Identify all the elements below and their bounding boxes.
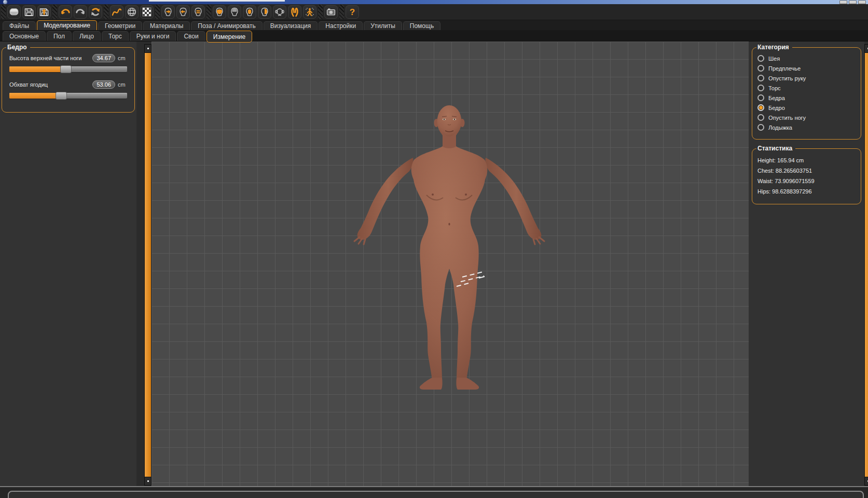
category-radio-Лодыжка[interactable]: Лодыжка [757,124,856,131]
face-next-button[interactable] [161,5,175,19]
face-compare-button[interactable] [191,5,205,19]
splitter-bar[interactable] [144,53,151,477]
wireframe-globe-icon [126,6,137,18]
toolbar-separator [318,5,323,19]
face-compare-icon [192,6,204,18]
modelling-curve-icon [111,6,122,18]
slider-fill [9,66,66,72]
slider-handle[interactable] [56,92,67,100]
subtab-Измерение[interactable]: Измерение [206,31,252,43]
head-outline-button[interactable] [228,5,241,19]
subtab-Лицо[interactable]: Лицо [73,31,101,41]
slider-handle[interactable] [60,65,72,73]
save-button[interactable] [22,5,36,19]
window-titlebar [0,0,868,4]
splitter-bar[interactable] [864,53,868,477]
category-radio-Шея[interactable]: Шея [757,55,856,62]
category-radio-Бедра[interactable]: Бедра [757,94,856,101]
hands-button[interactable] [288,5,301,19]
slider-track[interactable] [9,66,127,72]
window-title-text [149,0,285,2]
tab-Файлы[interactable]: Файлы [3,21,36,30]
head-muscle-button[interactable] [243,5,256,19]
subtab-Торс[interactable]: Торс [102,31,129,41]
human-model[interactable] [151,42,749,486]
slider-unit: cm [118,81,127,88]
new-document-button[interactable] [7,5,21,19]
subtab-Свои[interactable]: Свои [177,31,205,41]
head-skin-button[interactable] [213,5,226,19]
reset-icon [90,6,101,18]
tab-Настройки[interactable]: Настройки [319,21,363,30]
redo-button[interactable] [74,5,87,19]
radio-icon [757,65,764,72]
face-prev-button[interactable] [176,5,190,19]
undo-button[interactable] [59,5,72,19]
minimize-button[interactable] [839,1,847,4]
statistic-line: Height: 165.94 cm [757,157,856,163]
right-splitter[interactable] [864,44,868,486]
face-next-icon [162,6,174,18]
subtab-Пол[interactable]: Пол [47,31,72,41]
tab-Материалы[interactable]: Материалы [143,21,190,30]
slider-track[interactable] [9,93,127,99]
toolbar-separator [104,5,108,19]
slider-value-box[interactable]: 34.67 [92,54,115,62]
reset-button[interactable] [89,5,102,19]
slider-1: Обхват ягодиц53.06cm [9,80,127,99]
status-bar [8,491,864,498]
splitter-bottom-handle[interactable] [144,477,151,486]
camera-grab-button[interactable] [324,5,338,19]
slider-value-box[interactable]: 53.06 [92,80,115,89]
texture-checker-button[interactable] [140,5,154,19]
tab-Геометрии[interactable]: Геометрии [98,21,142,30]
modelling-curve-button[interactable] [110,5,123,19]
category-radio-Торс[interactable]: Торс [757,85,856,91]
new-document-icon [8,6,20,18]
left-splitter[interactable] [144,44,151,486]
load-button[interactable] [37,5,51,19]
category-radio-Предплечье[interactable]: Предплечье [757,65,856,72]
category-radio-Опустить ногу[interactable]: Опустить ногу [757,114,856,121]
redo-icon [75,6,86,18]
thigh-group: Бедро Высота верхней части ноги34.67cmОб… [2,44,135,113]
head-outline-icon [229,6,240,18]
help-icon: ? [350,8,355,17]
subtab-Руки и ноги[interactable]: Руки и ноги [130,31,176,41]
splitter-top-handle[interactable] [864,44,868,53]
ear-button[interactable] [273,5,286,19]
splitter-bottom-handle[interactable] [864,477,868,486]
radio-label: Лодыжка [768,125,792,131]
category-radio-Опустить руку[interactable]: Опустить руку [757,75,856,81]
save-icon [23,6,35,18]
close-button[interactable] [858,1,866,4]
tab-Визуализация[interactable]: Визуализация [264,21,318,30]
tab-Моделирование[interactable]: Моделирование [37,20,97,30]
texture-checker-icon [141,6,153,18]
radio-icon [757,75,764,81]
head-profile-button[interactable] [258,5,271,19]
help-button[interactable]: ? [346,5,359,19]
category-radio-Бедро[interactable]: Бедро [757,104,856,111]
radio-icon [757,104,764,111]
radio-label: Торс [768,85,781,91]
body-pose-button[interactable] [303,5,316,19]
main-tab-bar: ФайлыМоделированиеГеометрииМатериалыПоза… [0,20,868,30]
slider-label: Высота верхней части ноги [9,55,92,61]
model-figure[interactable] [354,105,544,390]
subtab-Основные[interactable]: Основные [3,31,46,41]
tab-Утилиты[interactable]: Утилиты [364,21,402,30]
load-icon [38,6,50,18]
left-panel: Бедро Высота верхней части ноги34.67cmОб… [0,42,136,486]
tab-Помощь[interactable]: Помощь [403,21,440,30]
body-pose-icon [304,6,315,18]
hands-icon [289,6,300,18]
splitter-top-handle[interactable] [144,44,151,53]
radio-icon [757,94,764,101]
tab-Поза / Анимировать[interactable]: Поза / Анимировать [191,21,262,30]
statistics-group-title: Статистика [756,145,795,152]
radio-icon [757,85,764,91]
maximize-button[interactable] [849,1,857,4]
wireframe-globe-button[interactable] [125,5,139,19]
3d-viewport[interactable] [151,42,749,486]
